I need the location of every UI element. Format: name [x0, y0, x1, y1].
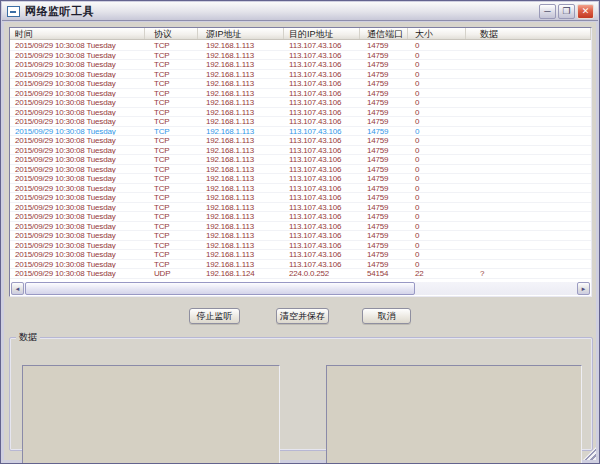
table-cell: 14759 — [360, 51, 408, 60]
table-row[interactable]: 2015/09/29 10:30:08 TuesdayTCP192.168.1.… — [10, 184, 591, 194]
column-header-dest-ip[interactable]: 目的IP地址 — [284, 28, 360, 39]
table-cell: 113.107.43.106 — [284, 193, 360, 202]
table-row[interactable]: 2015/09/29 10:30:08 TuesdayTCP192.168.1.… — [10, 60, 591, 70]
table-cell: TCP — [145, 155, 198, 164]
table-cell: 2015/09/29 10:30:08 Tuesday — [10, 165, 145, 174]
app-icon — [7, 6, 20, 17]
table-cell: 0 — [408, 60, 466, 69]
table-row[interactable]: 2015/09/29 10:30:08 TuesdayTCP192.168.1.… — [10, 89, 591, 99]
table-cell: 2015/09/29 10:30:08 Tuesday — [10, 203, 145, 212]
table-cell: 0 — [408, 203, 466, 212]
table-cell: 192.168.1.113 — [198, 127, 284, 136]
table-row[interactable]: 2015/09/29 10:30:08 TuesdayTCP192.168.1.… — [10, 51, 591, 61]
table-row[interactable]: 2015/09/29 10:30:08 TuesdayTCP192.168.1.… — [10, 108, 591, 118]
table-cell: 2015/09/29 10:30:08 Tuesday — [10, 60, 145, 69]
column-header-source-ip[interactable]: 源IP地址 — [198, 28, 284, 39]
table-row[interactable]: 2015/09/29 10:30:08 TuesdayTCP192.168.1.… — [10, 146, 591, 156]
stop-listening-button[interactable]: 停止监听 — [189, 308, 240, 324]
table-cell: 113.107.43.106 — [284, 184, 360, 193]
table-cell: 14759 — [360, 165, 408, 174]
column-header-time[interactable]: 时间 — [10, 28, 145, 39]
table-cell: 0 — [408, 98, 466, 107]
table-row[interactable]: 2015/09/29 10:30:08 TuesdayTCP192.168.1.… — [10, 165, 591, 175]
raw-data-textarea[interactable] — [22, 365, 280, 464]
table-cell: 2015/09/29 10:30:08 Tuesday — [10, 260, 145, 269]
table-cell: 14759 — [360, 108, 408, 117]
table-row[interactable]: 2015/09/29 10:30:08 TuesdayTCP192.168.1.… — [10, 41, 591, 51]
table-row[interactable]: 2015/09/29 10:30:08 TuesdayTCP192.168.1.… — [10, 203, 591, 213]
table-row[interactable]: 2015/09/29 10:30:08 TuesdayTCP192.168.1.… — [10, 127, 591, 137]
table-cell: 0 — [408, 250, 466, 259]
table-row[interactable]: 2015/09/29 10:30:08 TuesdayTCP192.168.1.… — [10, 174, 591, 184]
column-header-port[interactable]: 通信端口 — [360, 28, 408, 39]
table-cell: 113.107.43.106 — [284, 98, 360, 107]
table-row[interactable]: 2015/09/29 10:30:08 TuesdayTCP192.168.1.… — [10, 260, 591, 270]
minimize-button[interactable]: ─ — [539, 4, 556, 19]
table-cell: 14759 — [360, 203, 408, 212]
column-header-protocol[interactable]: 协议 — [145, 28, 198, 39]
maximize-button[interactable]: ❐ — [558, 4, 575, 19]
table-cell: TCP — [145, 174, 198, 183]
table-cell: 192.168.1.113 — [198, 136, 284, 145]
table-cell: 2015/09/29 10:30:08 Tuesday — [10, 98, 145, 107]
table-cell: 192.168.1.113 — [198, 212, 284, 221]
table-cell: 0 — [408, 89, 466, 98]
column-header-data[interactable]: 数据 — [466, 28, 591, 39]
titlebar: 网络监听工具 ─ ❐ ✕ — [2, 2, 598, 21]
table-cell: 14759 — [360, 155, 408, 164]
table-cell: 0 — [408, 193, 466, 202]
table-cell: 113.107.43.106 — [284, 174, 360, 183]
table-row[interactable]: 2015/09/29 10:30:08 TuesdayTCP192.168.1.… — [10, 70, 591, 80]
table-cell: 2015/09/29 10:30:08 Tuesday — [10, 51, 145, 60]
table-cell: 14759 — [360, 117, 408, 126]
table-cell — [466, 241, 591, 250]
table-cell: 113.107.43.106 — [284, 70, 360, 79]
table-cell: 2015/09/29 10:30:08 Tuesday — [10, 222, 145, 231]
table-row[interactable]: 2015/09/29 10:30:08 TuesdayTCP192.168.1.… — [10, 79, 591, 89]
table-row[interactable]: 2015/09/29 10:30:08 TuesdayTCP192.168.1.… — [10, 250, 591, 260]
table-cell: 192.168.1.113 — [198, 79, 284, 88]
table-cell: 0 — [408, 231, 466, 240]
scroll-right-icon[interactable]: ► — [577, 282, 590, 295]
scrollbar-thumb[interactable] — [25, 282, 415, 295]
table-row[interactable]: 2015/09/29 10:30:08 TuesdayUDP192.168.1.… — [10, 269, 591, 279]
decrypted-data-textarea[interactable] — [326, 365, 582, 464]
packet-table-body: 2015/09/29 10:30:08 TuesdayTCP192.168.1.… — [10, 41, 591, 282]
table-cell: TCP — [145, 117, 198, 126]
table-cell: TCP — [145, 127, 198, 136]
table-cell: 2015/09/29 10:30:08 Tuesday — [10, 174, 145, 183]
close-button[interactable]: ✕ — [577, 4, 594, 19]
table-cell: 2015/09/29 10:30:08 Tuesday — [10, 136, 145, 145]
table-cell: 113.107.43.106 — [284, 60, 360, 69]
table-row[interactable]: 2015/09/29 10:30:08 TuesdayTCP192.168.1.… — [10, 193, 591, 203]
table-cell: 192.168.1.113 — [198, 89, 284, 98]
horizontal-scrollbar[interactable]: ◄ ► — [11, 282, 590, 295]
table-cell — [466, 184, 591, 193]
table-row[interactable]: 2015/09/29 10:30:08 TuesdayTCP192.168.1.… — [10, 222, 591, 232]
table-row[interactable]: 2015/09/29 10:30:08 TuesdayTCP192.168.1.… — [10, 136, 591, 146]
table-cell: 2015/09/29 10:30:08 Tuesday — [10, 231, 145, 240]
data-groupbox: 数据 解密 — [9, 337, 593, 451]
table-header: 时间 协议 源IP地址 目的IP地址 通信端口 大小 数据 — [10, 28, 591, 40]
table-row[interactable]: 2015/09/29 10:30:08 TuesdayTCP192.168.1.… — [10, 212, 591, 222]
table-cell: 0 — [408, 51, 466, 60]
table-cell: 2015/09/29 10:30:08 Tuesday — [10, 70, 145, 79]
table-row[interactable]: 2015/09/29 10:30:08 TuesdayTCP192.168.1.… — [10, 231, 591, 241]
table-cell: TCP — [145, 79, 198, 88]
table-row[interactable]: 2015/09/29 10:30:08 TuesdayTCP192.168.1.… — [10, 98, 591, 108]
table-cell: TCP — [145, 136, 198, 145]
clear-and-save-button[interactable]: 清空并保存 — [276, 308, 329, 324]
table-row[interactable]: 2015/09/29 10:30:08 TuesdayTCP192.168.1.… — [10, 117, 591, 127]
column-header-size[interactable]: 大小 — [408, 28, 466, 39]
table-cell: 113.107.43.106 — [284, 41, 360, 50]
table-row[interactable]: 2015/09/29 10:30:08 TuesdayTCP192.168.1.… — [10, 155, 591, 165]
table-cell: 192.168.1.113 — [198, 108, 284, 117]
cancel-button[interactable]: 取消 — [362, 308, 411, 324]
table-cell: 14759 — [360, 79, 408, 88]
scroll-left-icon[interactable]: ◄ — [11, 282, 24, 295]
table-cell: 192.168.1.113 — [198, 222, 284, 231]
table-cell: 2015/09/29 10:30:08 Tuesday — [10, 241, 145, 250]
table-cell — [466, 127, 591, 136]
packet-listview: 时间 协议 源IP地址 目的IP地址 通信端口 大小 数据 2015/09/29… — [9, 27, 592, 297]
table-row[interactable]: 2015/09/29 10:30:08 TuesdayTCP192.168.1.… — [10, 241, 591, 251]
